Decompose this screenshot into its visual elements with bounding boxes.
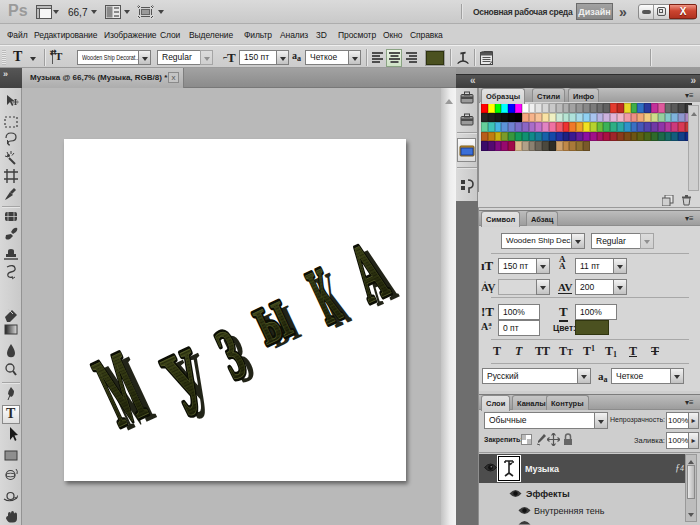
svg-text:У: У: [150, 329, 225, 436]
